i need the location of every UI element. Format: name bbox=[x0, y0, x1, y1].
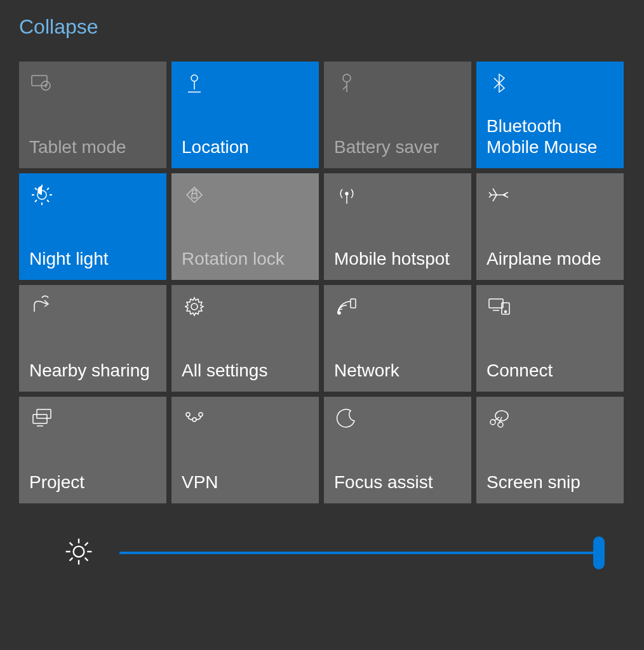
svg-point-27 bbox=[505, 311, 507, 313]
tile-tablet-mode[interactable]: Tablet mode bbox=[19, 62, 166, 168]
tile-label: Screen snip bbox=[486, 472, 614, 493]
svg-rect-24 bbox=[489, 299, 503, 308]
svg-point-33 bbox=[199, 413, 203, 416]
brightness-icon bbox=[64, 536, 94, 569]
svg-point-21 bbox=[191, 303, 198, 310]
tile-label: All settings bbox=[182, 360, 309, 381]
collapse-link[interactable]: Collapse bbox=[19, 15, 98, 39]
tile-label: Night light bbox=[29, 248, 156, 270]
screen-snip-icon bbox=[486, 406, 614, 434]
svg-line-14 bbox=[35, 188, 37, 190]
network-icon bbox=[334, 294, 461, 322]
tile-label: Location bbox=[182, 136, 309, 158]
tile-network[interactable]: Network bbox=[324, 285, 471, 392]
project-icon bbox=[29, 406, 156, 434]
svg-point-38 bbox=[74, 547, 84, 557]
svg-line-43 bbox=[70, 543, 73, 546]
tile-connect[interactable]: Connect bbox=[476, 285, 624, 392]
bluetooth-icon bbox=[486, 70, 614, 98]
battery-saver-icon bbox=[334, 70, 461, 98]
tile-nearby-sharing[interactable]: Nearby sharing bbox=[19, 285, 166, 392]
tile-label: Focus assist bbox=[334, 472, 461, 493]
tablet-mode-icon bbox=[29, 70, 156, 98]
svg-line-8 bbox=[343, 86, 347, 90]
tile-label: Network bbox=[334, 360, 461, 381]
svg-point-19 bbox=[345, 192, 348, 195]
svg-point-31 bbox=[186, 413, 190, 416]
tile-mobile-hotspot[interactable]: Mobile hotspot bbox=[324, 173, 471, 280]
svg-line-45 bbox=[70, 558, 73, 561]
vpn-icon bbox=[182, 406, 309, 434]
tile-all-settings[interactable]: All settings bbox=[171, 285, 319, 392]
rotation-lock-icon bbox=[182, 182, 309, 210]
svg-rect-29 bbox=[33, 415, 47, 423]
svg-line-44 bbox=[85, 558, 88, 561]
tile-night-light[interactable]: Night light bbox=[19, 173, 166, 280]
tile-airplane-mode[interactable]: Airplane mode bbox=[476, 173, 624, 280]
svg-line-46 bbox=[85, 543, 88, 546]
brightness-slider-row bbox=[19, 536, 625, 569]
tile-label: Tablet mode bbox=[29, 136, 156, 158]
svg-rect-28 bbox=[37, 409, 51, 418]
tile-label: VPN bbox=[182, 472, 309, 493]
tile-label: Airplane mode bbox=[486, 248, 614, 270]
gear-icon bbox=[182, 294, 309, 322]
mobile-hotspot-icon bbox=[334, 182, 461, 210]
svg-rect-18 bbox=[192, 194, 197, 198]
svg-point-3 bbox=[191, 75, 198, 81]
tile-focus-assist[interactable]: Focus assist bbox=[324, 397, 471, 503]
svg-rect-23 bbox=[351, 299, 356, 308]
quick-actions-grid: Tablet mode Location Battery saver Bluet… bbox=[19, 62, 625, 503]
action-center-panel: Collapse Tablet mode Location Battery sa… bbox=[0, 0, 644, 585]
tile-bluetooth[interactable]: Bluetooth Mobile Mouse bbox=[476, 62, 624, 168]
brightness-slider[interactable] bbox=[119, 552, 600, 554]
tile-label: Battery saver bbox=[334, 136, 461, 158]
svg-point-6 bbox=[343, 74, 351, 82]
location-icon bbox=[182, 70, 309, 98]
tile-location[interactable]: Location bbox=[171, 62, 319, 168]
svg-point-32 bbox=[192, 418, 196, 421]
tile-label: Mobile hotspot bbox=[334, 248, 461, 270]
airplane-mode-icon bbox=[486, 182, 614, 210]
svg-line-15 bbox=[47, 200, 49, 202]
tile-label: Project bbox=[29, 472, 156, 493]
tile-label: Bluetooth Mobile Mouse bbox=[486, 116, 614, 158]
svg-point-35 bbox=[498, 422, 503, 427]
nearby-sharing-icon bbox=[29, 294, 156, 322]
tile-project[interactable]: Project bbox=[19, 397, 166, 503]
night-light-icon bbox=[29, 182, 156, 210]
svg-point-22 bbox=[338, 312, 340, 314]
focus-assist-icon bbox=[334, 406, 461, 434]
svg-rect-0 bbox=[32, 76, 47, 86]
tile-label: Nearby sharing bbox=[29, 360, 156, 381]
tile-label: Rotation lock bbox=[182, 248, 309, 270]
svg-line-16 bbox=[35, 200, 37, 202]
tile-rotation-lock[interactable]: Rotation lock bbox=[171, 173, 319, 280]
tile-vpn[interactable]: VPN bbox=[171, 397, 319, 503]
connect-icon bbox=[486, 294, 614, 322]
tile-label: Connect bbox=[486, 360, 614, 381]
svg-line-17 bbox=[47, 188, 49, 190]
tile-screen-snip[interactable]: Screen snip bbox=[476, 397, 624, 503]
brightness-slider-thumb[interactable] bbox=[593, 536, 605, 569]
tile-battery-saver[interactable]: Battery saver bbox=[324, 62, 471, 168]
